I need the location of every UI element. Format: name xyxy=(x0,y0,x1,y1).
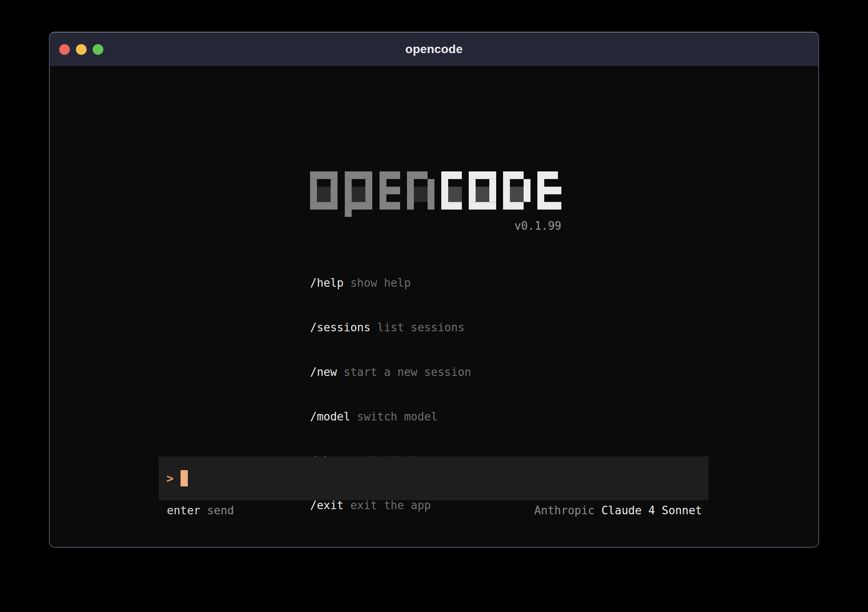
zoom-window-button[interactable] xyxy=(93,44,103,55)
command-row-sessions: /sessions list sessions xyxy=(310,320,471,335)
command-row-help: /help show help xyxy=(310,276,471,291)
model-provider: Anthropic xyxy=(534,504,595,517)
command-description: start a new session xyxy=(344,366,471,378)
logo-code-word xyxy=(441,171,561,210)
traffic-lights xyxy=(59,33,103,66)
opencode-logo xyxy=(310,171,561,217)
command-name: /model xyxy=(310,410,350,423)
model-name: Claude 4 Sonnet xyxy=(601,504,702,517)
desktop-background: opencode xyxy=(0,0,868,612)
logo-open-word xyxy=(310,171,434,217)
terminal-content: v0.1.99 /help show help /sessions list s… xyxy=(50,66,818,547)
text-cursor xyxy=(181,470,188,486)
command-description: switch model xyxy=(357,410,438,423)
command-name: /help xyxy=(310,276,344,289)
model-indicator: Anthropic Claude 4 Sonnet xyxy=(534,503,702,518)
command-name: /sessions xyxy=(310,321,371,334)
command-description: show help xyxy=(350,276,411,289)
command-name: /new xyxy=(310,366,337,378)
app-window: opencode xyxy=(49,32,819,548)
prompt-input[interactable]: > xyxy=(159,456,708,500)
close-window-button[interactable] xyxy=(59,44,70,55)
status-bar: enter send Anthropic Claude 4 Sonnet xyxy=(159,503,708,518)
version-label: v0.1.99 xyxy=(310,219,561,232)
keybind-key: enter xyxy=(167,504,200,517)
window-titlebar[interactable]: opencode xyxy=(50,33,818,66)
keybind-action: send xyxy=(207,504,234,517)
minimize-window-button[interactable] xyxy=(76,44,87,55)
command-description: list sessions xyxy=(377,321,465,334)
prompt-symbol: > xyxy=(166,471,174,486)
window-title: opencode xyxy=(405,42,463,56)
command-row-new: /new start a new session xyxy=(310,365,471,380)
command-row-model: /model switch model xyxy=(310,409,471,424)
keybind-hint: enter send xyxy=(167,503,234,518)
